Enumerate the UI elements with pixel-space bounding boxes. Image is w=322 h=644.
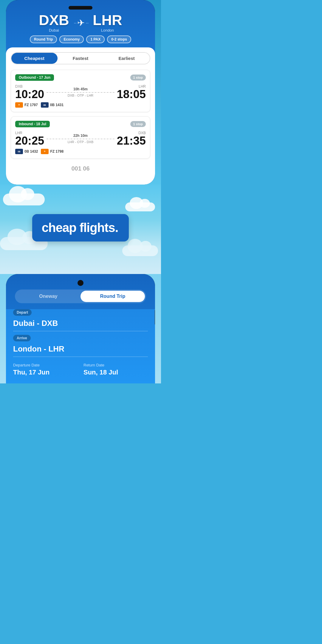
trip-type-toggle: Oneway Round Trip [15, 290, 146, 303]
route-line [47, 92, 114, 93]
tag-economy[interactable]: Economy [59, 35, 84, 43]
search-tags: Round Trip Economy 1 PAX 0-2 stops [6, 35, 155, 47]
inbound-stops: 1 stop [130, 121, 146, 127]
tab-cheapest[interactable]: Cheapest [11, 53, 58, 64]
tag-stops[interactable]: 0-2 stops [107, 35, 131, 43]
airport-header: DXB Dubai ✈ LHR London [6, 12, 155, 35]
depart-label: Depart [13, 309, 32, 316]
cheap-flights-banner: cheap flights. [32, 214, 129, 242]
outbound-badge: Outbound - 17 Jun [15, 74, 54, 81]
tag-round-trip[interactable]: Round Trip [30, 35, 57, 43]
origin-city: Dubai [39, 28, 69, 32]
outbound-route-path: DXB - OTP - LHR [47, 94, 114, 97]
outbound-flight-card[interactable]: Outbound - 17 Jun 1 stop DXB 10:20 10h 4… [11, 70, 150, 112]
bottom-phone-notch [6, 278, 155, 290]
arrive-field-block: Arrive London - LHR [13, 335, 148, 357]
cloud-1 [3, 193, 45, 205]
inbound-flight-num-1: 0B 1432 [24, 149, 38, 154]
dates-row: Departure Date Thu, 17 Jun Return Date S… [13, 360, 148, 376]
destination-city: London [93, 28, 122, 32]
departure-date-value: Thu, 17 Jun [13, 369, 78, 376]
flight-direction-icon: ✈ [74, 18, 88, 28]
return-date-value: Sun, 18 Jul [83, 369, 148, 376]
results-content: Cheapest Fastest Earliest Outbound - 17 … [6, 47, 155, 185]
price-peek: 001 06 [11, 163, 150, 173]
cloud-4 [122, 245, 158, 256]
search-form: Depart Dubai - DXB Arrive London - LHR D… [6, 309, 155, 383]
dubai-logo-1: ✈ [15, 102, 23, 108]
dubai-logo-2: ✈ [41, 149, 49, 154]
inbound-duration: 22h 10m [47, 134, 114, 138]
side-button [155, 310, 155, 325]
departure-date-block[interactable]: Departure Date Thu, 17 Jun [13, 363, 78, 376]
outbound-route-row: DXB 10:20 10h 45m DXB - OTP - LHR LHR 18… [15, 84, 146, 100]
return-date-label: Return Date [83, 363, 148, 367]
outbound-airline-2: 0B 0B 1431 [41, 102, 64, 108]
depart-field-block: Depart Dubai - DXB [13, 309, 148, 331]
phone-notch [6, 4, 155, 12]
bottom-phone: Oneway Round Trip Depart Dubai - DXB Arr… [6, 274, 155, 383]
arrive-value[interactable]: London - LHR [13, 343, 148, 357]
outbound-flight-num-1: FZ 1797 [24, 103, 38, 107]
inbound-arrival: DXB 21:35 [117, 131, 146, 146]
tab-fastest[interactable]: Fastest [58, 53, 104, 64]
depart-value[interactable]: Dubai - DXB [13, 318, 148, 331]
top-phone: DXB Dubai ✈ LHR London Round Trip Econom… [6, 0, 155, 185]
tab-earliest[interactable]: Earliest [103, 53, 150, 64]
filter-tabs: Cheapest Fastest Earliest [11, 52, 150, 64]
round-trip-option[interactable]: Round Trip [80, 291, 145, 302]
blue-logo-1: 0B [41, 102, 49, 108]
outbound-depart-time: 10:20 [15, 89, 44, 100]
return-date-block[interactable]: Return Date Sun, 18 Jul [83, 363, 148, 376]
cheap-flights-text: cheap flights. [42, 221, 118, 235]
outbound-flight-num-2: 0B 1431 [50, 103, 64, 107]
inbound-route-path: LHR - OTP - DXB [47, 140, 114, 144]
outbound-route-middle: 10h 45m DXB - OTP - LHR [44, 87, 117, 97]
blue-logo-2: 0B [15, 149, 23, 154]
outbound-stops: 1 stop [130, 75, 146, 80]
inbound-route-middle: 22h 10m LHR - OTP - DXB [44, 134, 117, 144]
destination-code: LHR [93, 13, 122, 27]
outbound-arrive-time: 18:05 [117, 89, 146, 100]
tag-pax[interactable]: 1 PAX [86, 35, 105, 43]
inbound-airline-2: ✈ FZ 1798 [41, 149, 64, 154]
destination-block: LHR London [93, 13, 122, 32]
inbound-depart-time: 20:25 [15, 135, 44, 146]
cloud-2 [125, 202, 155, 211]
origin-block: DXB Dubai [39, 13, 69, 32]
outbound-departure: DXB 10:20 [15, 84, 44, 100]
inbound-flight-card[interactable]: Inbound - 18 Jul 1 stop LHR 20:25 22h 10… [11, 116, 150, 159]
inbound-arrive-time: 21:35 [117, 135, 146, 146]
inbound-flight-num-2: FZ 1798 [50, 149, 64, 154]
inbound-card-header: Inbound - 18 Jul 1 stop [15, 121, 146, 127]
inbound-airline-1: 0B 0B 1432 [15, 149, 38, 154]
inbound-route-line [47, 139, 114, 139]
inbound-departure: LHR 20:25 [15, 131, 44, 146]
inbound-airlines: 0B 0B 1432 ✈ FZ 1798 [15, 149, 146, 154]
oneway-option[interactable]: Oneway [16, 291, 80, 302]
inbound-badge: Inbound - 18 Jul [15, 121, 50, 127]
middle-section: cheap flights. [0, 185, 161, 274]
outbound-airlines: ✈ FZ 1797 0B 0B 1431 [15, 102, 146, 108]
outbound-arrival: LHR 18:05 [117, 84, 146, 100]
departure-date-label: Departure Date [13, 363, 78, 367]
outbound-duration: 10h 45m [47, 87, 114, 91]
outbound-airline-1: ✈ FZ 1797 [15, 102, 38, 108]
origin-code: DXB [39, 13, 69, 27]
arrive-label: Arrive [13, 335, 31, 341]
outbound-card-header: Outbound - 17 Jun 1 stop [15, 74, 146, 81]
inbound-route-row: LHR 20:25 22h 10m LHR - OTP - DXB DXB 21… [15, 131, 146, 146]
